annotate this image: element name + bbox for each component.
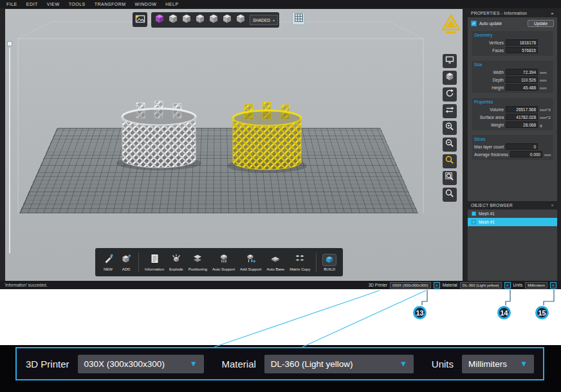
material-value: DL-360 (Light yellow): [271, 359, 353, 369]
tool-label: Add Support: [240, 267, 261, 271]
app-window: FILE EDIT VIEW TOOLS TRANSFORM WINDOW HE…: [0, 0, 561, 289]
printer-dropdown[interactable]: 030X (300x300x300): [390, 282, 431, 289]
tool-explode-button[interactable]: Explode: [167, 254, 186, 271]
menu-window[interactable]: WINDOW: [135, 2, 157, 6]
panel-close-icon[interactable]: ×: [551, 203, 554, 208]
menu-view[interactable]: VIEW: [47, 2, 60, 6]
field-label: Width: [474, 70, 504, 75]
rotate-view-button[interactable]: [443, 87, 457, 102]
tool-label: Auto Base: [266, 267, 284, 271]
menu-transform[interactable]: TRANSFORM: [95, 2, 126, 6]
zoom-in-button[interactable]: [443, 121, 457, 135]
tool-add-support-button[interactable]: Add Support: [237, 254, 264, 271]
viewport-tools: [443, 54, 457, 202]
printer-dropdown-arrow[interactable]: ▾: [434, 282, 440, 289]
build-box-icon: [322, 254, 336, 266]
add-support-icon: [246, 254, 256, 266]
zoom-object-button[interactable]: [443, 188, 457, 202]
field-unit: mm: [540, 70, 551, 75]
object-browser-header: OBJECT BROWSER ×: [468, 201, 557, 209]
material-dropdown[interactable]: DL-360 (Light yellow): [460, 282, 502, 289]
field-unit: mm^2: [540, 115, 551, 120]
printer-label: 3D Printer: [369, 283, 387, 287]
swap-view-button[interactable]: [443, 104, 457, 118]
render-settings-button[interactable]: [443, 54, 457, 68]
layer-slider-handle[interactable]: [7, 41, 12, 46]
view-bottom-button[interactable]: [234, 13, 247, 26]
section-title: Properties: [474, 100, 551, 104]
tutorial-page: FILE EDIT VIEW TOOLS TRANSFORM WINDOW HE…: [0, 0, 561, 392]
field-label: Max layer count: [474, 145, 504, 149]
auto-update-checkbox[interactable]: ✓: [471, 21, 477, 26]
material-dropdown[interactable]: DL-360 (Light yellow) ▼: [264, 355, 414, 373]
tool-information-button[interactable]: Information: [142, 254, 167, 271]
field-label: Surface area: [474, 115, 504, 120]
tool-positioning-button[interactable]: Positioning: [186, 254, 210, 271]
zoom-window-yellow-icon: [445, 156, 454, 167]
material-dropdown-arrow[interactable]: ▾: [504, 282, 511, 289]
tool-build-button[interactable]: BUILD: [320, 254, 339, 271]
view-home-button[interactable]: [152, 13, 166, 26]
callout-13: 13: [413, 306, 427, 319]
field-label: Average thickness: [474, 152, 508, 157]
tool-add-button[interactable]: ADD: [117, 254, 135, 271]
capture-image-icon: [135, 14, 145, 26]
tool-matrix-copy-button[interactable]: Matrix Copy: [287, 254, 313, 271]
object-browser-item[interactable]: Mesh #1: [468, 209, 557, 218]
units-label: Units: [513, 283, 523, 287]
zoom-extents-icon: [445, 172, 454, 184]
tool-label: ADD: [122, 267, 131, 271]
units-dropdown[interactable]: Millimiters ▼: [462, 355, 534, 373]
section-title: Size: [474, 62, 551, 67]
layer-slider[interactable]: [7, 41, 12, 256]
printer-dropdown[interactable]: 030X (300x300x300) ▼: [78, 355, 204, 373]
view-right-button[interactable]: [207, 13, 220, 26]
zoom-in-icon: [445, 122, 454, 134]
volume-field: 26517.568: [506, 106, 538, 112]
app-logo: [441, 14, 461, 37]
printer-value: 030X (300x300x300): [84, 359, 165, 369]
right-panel: PROPERTIES - Information ▸ ✓ Auto update…: [468, 9, 557, 281]
menu-help[interactable]: HELP: [165, 2, 178, 6]
explode-icon: [171, 254, 181, 266]
units-dropdown[interactable]: Millimiters: [525, 282, 547, 289]
field-unit: mm: [540, 78, 551, 82]
zoom-window-button[interactable]: [443, 154, 457, 168]
view-back-button[interactable]: [179, 13, 193, 26]
capture-screenshot-button[interactable]: [133, 12, 147, 27]
zoom-out-button[interactable]: [443, 138, 457, 152]
menu-tools[interactable]: TOOLS: [69, 2, 86, 6]
platform-toggle-button[interactable]: [292, 12, 305, 25]
tool-new-button[interactable]: NEW: [99, 254, 117, 271]
perspective-button[interactable]: [443, 71, 457, 85]
tool-label: NEW: [104, 267, 113, 271]
tool-auto-support-button[interactable]: Auto Support: [210, 254, 237, 271]
shading-mode-dropdown[interactable]: SHADED ▾: [250, 15, 278, 25]
zoom-extents-button[interactable]: [443, 171, 457, 185]
object-browser-item-selected[interactable]: Mesh #1: [468, 218, 557, 226]
cube-icon: [445, 72, 454, 84]
view-left-button[interactable]: [193, 13, 207, 26]
view-top-button[interactable]: [220, 13, 234, 26]
menu-file[interactable]: FILE: [6, 2, 17, 6]
width-field: 72.394: [506, 69, 538, 75]
tool-label: BUILD: [324, 267, 335, 271]
average-thickness-field: 0.000: [510, 151, 542, 157]
units-dropdown-arrow[interactable]: ▾: [550, 282, 556, 289]
menu-edit[interactable]: EDIT: [26, 2, 38, 6]
tool-auto-base-button[interactable]: Auto Base: [264, 254, 287, 271]
viewport-canvas[interactable]: SHADED ▾: [5, 9, 463, 281]
detail-strip: 3D Printer 030X (300x300x300) ▼ Material…: [0, 345, 561, 392]
vertices-field: 1816178: [506, 39, 538, 46]
section-geometry: Geometry Vertices1816178 Faces576815: [471, 30, 554, 57]
properties-panel-title: PROPERTIES - Information: [471, 11, 527, 15]
chevron-down-icon: ▼: [183, 359, 198, 368]
cube-icon: [222, 13, 232, 26]
section-title: Slices: [474, 137, 551, 141]
view-front-button[interactable]: [166, 13, 179, 26]
zoom-out-icon: [445, 139, 454, 150]
update-button[interactable]: Update: [528, 20, 554, 27]
layer-slider-track: [9, 48, 10, 253]
panel-collapse-icon[interactable]: ▸: [551, 11, 554, 16]
mesh-yellow-lattice: [227, 102, 307, 173]
